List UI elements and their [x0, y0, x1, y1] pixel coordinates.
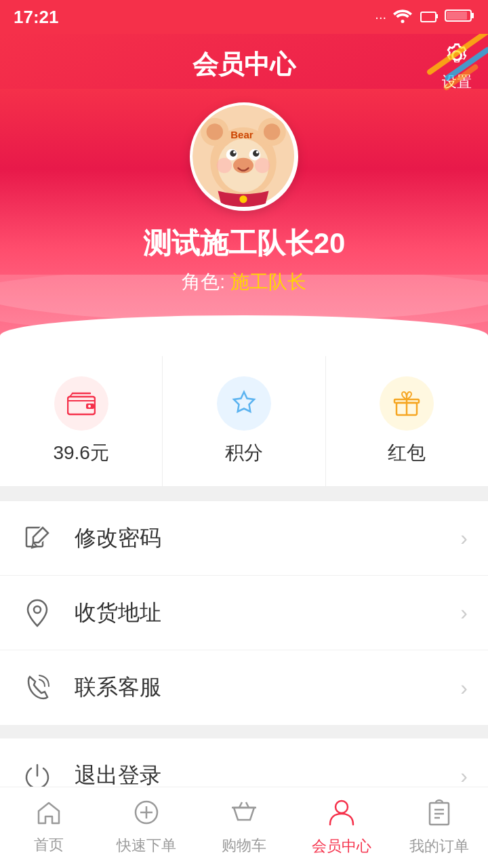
edit-icon [20, 521, 54, 555]
nav-quick-order[interactable]: 快速下单 [98, 787, 195, 868]
svg-point-38 [336, 801, 348, 813]
nav-member[interactable]: 会员中心 [293, 787, 390, 868]
avatar-image: Bear [192, 105, 294, 207]
star-icon [217, 376, 271, 431]
svg-rect-6 [471, 13, 474, 18]
svg-point-20 [256, 151, 259, 154]
svg-point-25 [239, 195, 247, 203]
home-icon [36, 800, 62, 831]
chevron-right-icon: › [460, 764, 468, 789]
contact-text: 联系客服 [75, 673, 460, 703]
role-value: 施工队长 [230, 271, 306, 292]
avatar: Bear [190, 102, 298, 211]
menu-item-address[interactable]: 收货地址 › [0, 576, 488, 650]
shopping-basket-icon [231, 800, 257, 831]
phone-icon [20, 671, 54, 705]
svg-point-29 [88, 405, 91, 408]
location-icon [20, 596, 54, 630]
svg-point-12 [207, 123, 223, 140]
role-row: 角色: 施工队长 [182, 269, 306, 295]
svg-point-13 [264, 123, 280, 140]
menu-item-change-password[interactable]: 修改密码 › [0, 501, 488, 576]
stat-wallet[interactable]: 39.6元 [0, 356, 163, 486]
clipboard-icon [428, 799, 451, 832]
gift-icon [380, 376, 434, 431]
svg-point-0 [401, 20, 405, 23]
status-bar: 17:21 ··· [0, 0, 488, 34]
stat-coupon[interactable]: 红包 [326, 356, 488, 486]
menu-section: 修改密码 › 收货地址 › 联系客服 › [0, 500, 488, 725]
page-title: 会员中心 [192, 47, 296, 82]
section-separator [0, 725, 488, 738]
status-time: 17:21 [14, 7, 59, 28]
svg-rect-7 [447, 12, 467, 20]
svg-point-24 [255, 158, 270, 174]
stats-row: 39.6元 积分 红包 [0, 356, 488, 487]
status-icons: ··· [375, 8, 474, 26]
svg-point-23 [217, 158, 232, 174]
bottom-nav: 首页 快速下单 购物车 会员 [0, 787, 488, 868]
svg-point-33 [34, 606, 41, 613]
svg-rect-1 [421, 12, 436, 22]
change-password-text: 修改密码 [75, 524, 460, 553]
svg-text:Bear: Bear [230, 129, 253, 140]
nav-home[interactable]: 首页 [0, 787, 98, 868]
nav-member-label: 会员中心 [312, 836, 371, 856]
nav-orders[interactable]: 我的订单 [390, 787, 488, 868]
chevron-right-icon: › [460, 675, 468, 701]
signal-icon: ··· [375, 9, 386, 25]
menu-item-contact[interactable]: 联系客服 › [0, 650, 488, 725]
username: 测试施工队长20 [143, 224, 346, 262]
nav-quick-order-label: 快速下单 [117, 835, 176, 856]
header: 会员中心 设置 [0, 34, 488, 356]
wifi-icon [393, 8, 412, 26]
role-prefix: 角色: [182, 271, 225, 292]
plus-circle-icon [134, 800, 159, 831]
stat-points[interactable]: 积分 [163, 356, 325, 486]
wallet-icon [54, 376, 108, 431]
battery-icon [445, 8, 474, 26]
chevron-right-icon: › [460, 600, 468, 625]
chevron-right-icon: › [460, 526, 468, 551]
svg-point-19 [233, 151, 236, 154]
address-text: 收货地址 [75, 598, 460, 628]
nav-home-label: 首页 [34, 835, 64, 855]
person-icon [329, 799, 354, 832]
svg-point-17 [230, 151, 236, 157]
coupon-label: 红包 [388, 440, 426, 466]
nav-orders-label: 我的订单 [409, 836, 469, 856]
svg-point-18 [253, 151, 259, 157]
nav-cart[interactable]: 购物车 [195, 787, 293, 868]
nav-cart-label: 购物车 [222, 835, 266, 856]
points-label: 积分 [225, 440, 263, 466]
close-icon [419, 8, 438, 26]
header-decoration [380, 34, 488, 102]
wallet-amount: 39.6元 [53, 440, 109, 466]
profile-section: Bear 测试施工队长20 角色: 施工队长 [0, 89, 488, 356]
